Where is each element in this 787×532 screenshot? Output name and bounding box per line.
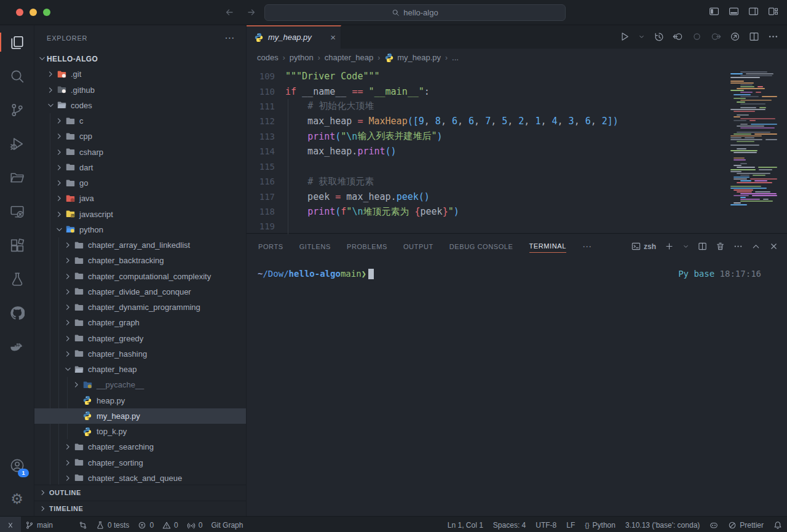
active-terminal[interactable]: zsh <box>631 242 656 251</box>
panel-tab-problems[interactable]: PROBLEMS <box>347 240 387 253</box>
change-indicator-icon[interactable] <box>692 31 702 42</box>
split-editor-icon[interactable] <box>749 31 759 42</box>
tree-item-chapter-searching[interactable]: chapter_searching <box>34 439 246 455</box>
tree-item-chapter-greedy[interactable]: chapter_greedy <box>34 330 246 346</box>
tree-item--git[interactable]: .git <box>34 66 246 82</box>
status-cursor-position[interactable]: Ln 1, Col 1 <box>443 517 488 532</box>
tab-close-icon[interactable]: × <box>330 32 336 42</box>
tree-item-chapter-array-and-linkedlist[interactable]: chapter_array_and_linkedlist <box>34 237 246 253</box>
tree-item-go[interactable]: go <box>34 175 246 191</box>
toggle-primary-sidebar-icon[interactable] <box>709 6 719 17</box>
breadcrumb-item--[interactable]: ... <box>452 53 459 62</box>
panel-tab-debug-console[interactable]: DEBUG CONSOLE <box>449 240 513 253</box>
section-outline[interactable]: OUTLINE <box>34 485 246 501</box>
activity-search[interactable] <box>0 59 34 93</box>
activity-remote-explorer[interactable] <box>0 194 34 228</box>
status-copilot[interactable] <box>705 517 723 532</box>
panel-tab-terminal[interactable]: TERMINAL <box>529 240 566 253</box>
panel-tab-gitlens[interactable]: GITLENS <box>299 240 331 253</box>
minimize-button[interactable] <box>30 9 37 16</box>
tree-item-chapter-computational-complexity[interactable]: chapter_computational_complexity <box>34 268 246 284</box>
activity-extensions[interactable] <box>0 228 34 262</box>
maximize-panel-icon[interactable] <box>751 242 761 251</box>
activity-explorer[interactable] <box>0 25 34 59</box>
status-sync-changes[interactable]: undefined <box>57 517 74 532</box>
back-button[interactable] <box>221 4 237 20</box>
breadcrumb-item-codes[interactable]: codes <box>257 53 279 62</box>
status-remote-indicator[interactable] <box>0 517 21 532</box>
status-warnings[interactable]: 0 <box>158 517 183 532</box>
tree-item-hello-algo[interactable]: HELLO-ALGO <box>34 51 246 66</box>
tree-item--pycache-[interactable]: __pycache__ <box>34 377 246 392</box>
activity-settings[interactable]: ⚙ <box>0 482 34 516</box>
tab-my-heap-py[interactable]: my_heap.py × <box>247 25 341 49</box>
activity-docker[interactable] <box>0 330 34 363</box>
panel-more-icon[interactable] <box>734 242 743 251</box>
panel-tabs-more-icon[interactable]: ⋯ <box>582 239 591 255</box>
tree-item-python[interactable]: python <box>34 222 246 237</box>
tree-item-chapter-hashing[interactable]: chapter_hashing <box>34 346 246 362</box>
status-encoding[interactable]: UTF-8 <box>531 517 561 532</box>
status-git-branch[interactable]: main <box>21 517 57 532</box>
toggle-secondary-sidebar-icon[interactable] <box>748 6 759 17</box>
tree-item-javascript[interactable]: JSjavascript <box>34 206 246 221</box>
activity-testing[interactable] <box>0 262 34 296</box>
tree-item-cpp[interactable]: cpp <box>34 129 246 144</box>
tree-item-chapter-stack-and-queue[interactable]: chapter_stack_and_queue <box>34 470 246 485</box>
launch-profile-dropdown-icon[interactable] <box>682 243 689 250</box>
run-dropdown-icon[interactable] <box>638 33 645 40</box>
status-git-graph[interactable]: Git Graph <box>207 517 247 532</box>
tree-item-dart[interactable]: dart <box>34 160 246 175</box>
open-changes-icon[interactable] <box>730 31 740 42</box>
customize-layout-icon[interactable] <box>768 6 778 17</box>
command-center-search[interactable]: hello-algo <box>264 4 566 21</box>
tree-item-my-heap-py[interactable]: my_heap.py <box>34 408 246 424</box>
panel-tab-ports[interactable]: PORTS <box>258 240 283 253</box>
more-actions-icon[interactable] <box>768 31 778 42</box>
tree-item-chapter-heap[interactable]: chapter_heap <box>34 362 246 377</box>
minimap[interactable] <box>730 69 778 207</box>
activity-accounts[interactable]: 1 <box>0 448 34 482</box>
tree-item-csharp[interactable]: csharp <box>34 144 246 159</box>
tree-item-codes[interactable]: codes <box>34 98 246 113</box>
activity-project-folder[interactable] <box>0 161 34 194</box>
close-button[interactable] <box>16 9 23 16</box>
tree-item-top-k-py[interactable]: top_k.py <box>34 424 246 439</box>
status-test-status[interactable]: 0 tests <box>92 517 133 532</box>
terminal[interactable]: ~/Dow/hello-algo main ❯ Py base 18:17:16 <box>247 260 787 516</box>
breadcrumb-item-python[interactable]: python <box>290 53 314 62</box>
tree-item-c[interactable]: c <box>34 113 246 129</box>
file-history-icon[interactable] <box>654 31 664 42</box>
status-git-compare[interactable] <box>74 517 92 532</box>
zoom-button[interactable] <box>43 9 50 16</box>
launch-profile-icon[interactable] <box>665 242 674 251</box>
activity-github[interactable] <box>0 296 34 330</box>
next-change-icon[interactable] <box>711 31 721 42</box>
toggle-panel-icon[interactable] <box>729 6 739 17</box>
breadcrumb-item-my-heap-py[interactable]: my_heap.py <box>384 53 441 63</box>
status-indentation[interactable]: Spaces: 4 <box>488 517 531 532</box>
tree-item--github[interactable]: .github <box>34 82 246 97</box>
status-prettier[interactable]: Prettier <box>723 517 769 532</box>
tree-item-chapter-backtracking[interactable]: chapter_backtracking <box>34 253 246 268</box>
status-python-interpreter[interactable]: 3.10.13 ('base': conda) <box>620 517 705 532</box>
tree-item-chapter-dynamic-programming[interactable]: chapter_dynamic_programming <box>34 300 246 315</box>
tree-item-chapter-divide-and-conquer[interactable]: chapter_divide_and_conquer <box>34 284 246 300</box>
code-editor[interactable]: 109"""Driver Code"""110if __name__ == "_… <box>247 67 787 233</box>
breadcrumb-item-chapter-heap[interactable]: chapter_heap <box>325 53 374 62</box>
explorer-more-actions-icon[interactable]: ⋯ <box>224 32 235 44</box>
kill-terminal-icon[interactable] <box>716 242 725 251</box>
status-notifications[interactable] <box>769 517 787 532</box>
activity-run-and-debug[interactable] <box>0 127 34 161</box>
status-errors[interactable]: 0 <box>133 517 158 532</box>
forward-button[interactable] <box>243 4 259 20</box>
previous-change-icon[interactable] <box>673 31 683 42</box>
status-ports[interactable]: 0 <box>183 517 207 532</box>
section-timeline[interactable]: TIMELINE <box>34 501 246 517</box>
activity-source-control[interactable] <box>0 93 34 127</box>
tree-item-chapter-graph[interactable]: chapter_graph <box>34 315 246 330</box>
status-language-mode[interactable]: {}Python <box>580 517 620 532</box>
tree-item-heap-py[interactable]: heap.py <box>34 392 246 408</box>
tree-item-chapter-sorting[interactable]: chapter_sorting <box>34 455 246 470</box>
status-eol[interactable]: LF <box>561 517 580 532</box>
